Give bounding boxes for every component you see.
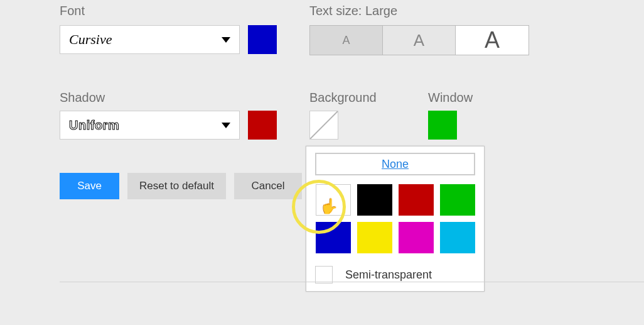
reset-to-default-button[interactable]: Reset to default — [127, 173, 226, 199]
shadow-select[interactable]: Uniform — [60, 111, 240, 140]
color-swatch-red[interactable] — [399, 184, 434, 216]
chevron-down-icon — [222, 37, 230, 43]
window-color-swatch[interactable] — [428, 111, 457, 140]
divider — [60, 282, 644, 282]
text-size-small[interactable]: A — [310, 26, 383, 55]
text-size-large[interactable]: A — [456, 26, 529, 55]
color-swatch-white[interactable] — [316, 184, 351, 216]
shadow-label: Shadow — [60, 91, 105, 105]
color-swatch-green[interactable] — [440, 184, 475, 216]
text-size-label: Text size: Large — [309, 4, 397, 18]
color-swatch-yellow[interactable] — [357, 222, 392, 253]
color-swatch-cyan[interactable] — [440, 222, 475, 253]
color-grid — [313, 184, 478, 253]
background-label: Background — [309, 91, 377, 105]
text-size-medium[interactable]: A — [383, 26, 456, 55]
text-size-group: A A A — [309, 25, 529, 55]
shadow-value: Uniform — [69, 118, 119, 133]
font-value: Cursive — [69, 31, 112, 48]
color-swatch-blue[interactable] — [316, 222, 351, 253]
semi-transparent-label: Semi-transparent — [345, 268, 432, 282]
color-swatch-black[interactable] — [357, 184, 392, 216]
background-color-swatch[interactable] — [309, 111, 338, 140]
color-picker-popup: None Semi-transparent — [306, 146, 485, 292]
save-button[interactable]: Save — [60, 173, 119, 199]
cancel-button[interactable]: Cancel — [234, 173, 302, 199]
chevron-down-icon — [222, 123, 230, 128]
color-none-label: None — [382, 158, 409, 171]
window-label: Window — [428, 91, 473, 105]
font-color-swatch[interactable] — [248, 25, 277, 54]
checkbox-icon — [315, 266, 333, 284]
color-none-button[interactable]: None — [315, 153, 475, 175]
font-select[interactable]: Cursive — [60, 25, 240, 54]
font-label: Font — [60, 4, 85, 18]
color-swatch-magenta[interactable] — [399, 222, 434, 253]
shadow-color-swatch[interactable] — [248, 111, 277, 140]
